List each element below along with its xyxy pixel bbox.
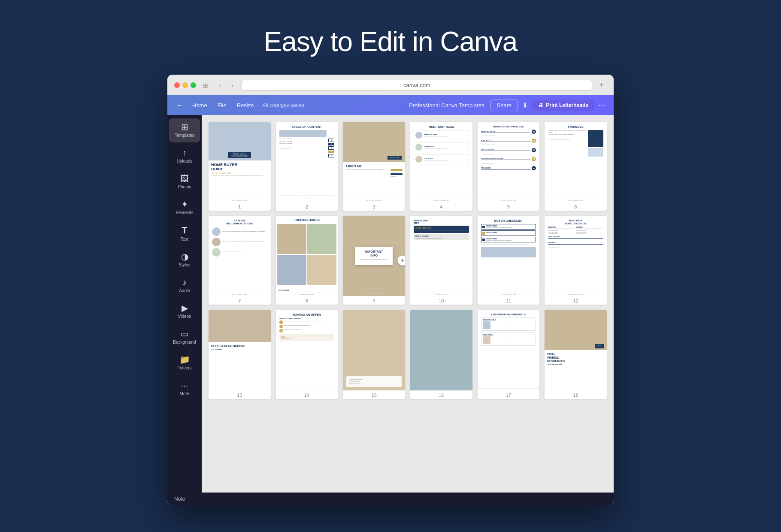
page-content-10: FINANCINGTIPS TIP ONE GOES HERE Lorem ip…: [410, 216, 472, 296]
page-card-16[interactable]: 16: [410, 310, 472, 399]
sidebar-label-more: More: [180, 391, 190, 396]
sidebar-label-elements: Elements: [176, 210, 194, 215]
browser-window: ⊞ ‹ › canva.com + ← Home File Resize All…: [167, 75, 614, 505]
sidebar-label-text: Text: [181, 237, 188, 242]
text-icon: T: [182, 226, 187, 235]
page-header: Easy to Edit in Canva: [0, 0, 781, 75]
page-number-10: 10: [410, 296, 472, 305]
page-number-14: 14: [276, 390, 338, 399]
new-tab-button[interactable]: +: [596, 80, 607, 91]
page-card-6[interactable]: FINANCES Lorem ipsum dolor sit amet, con…: [545, 122, 607, 211]
sidebar-item-elements[interactable]: ✦ Elements: [169, 196, 200, 220]
sidebar-item-styles[interactable]: ◑ Styles: [169, 248, 200, 272]
background-icon: ▭: [181, 329, 189, 338]
address-bar[interactable]: canva.com: [242, 80, 592, 91]
resize-nav-button[interactable]: Resize: [233, 100, 258, 111]
page-title: Easy to Edit in Canva: [9, 26, 772, 57]
note-bar[interactable]: Note: [167, 493, 614, 505]
page-content-18: PROJECT LOCATION FINALWORDS:RESOURCES Yo…: [545, 310, 607, 390]
videos-icon: ▶: [182, 304, 188, 312]
page-card-3[interactable]: Phoebe Clark ABOUT ME Lorem ipsum dolor …: [343, 122, 405, 211]
traffic-lights: [174, 82, 196, 88]
nav-forward-button[interactable]: ›: [227, 81, 237, 90]
page-card-5[interactable]: HOME BUYER PROCESS FINANCIAL STATUS 01 L…: [478, 122, 540, 211]
uploads-icon: ↑: [182, 148, 187, 157]
sidebar-item-folders[interactable]: 📁 Folders: [169, 351, 200, 375]
page-card-15[interactable]: Lorem ipsum dolor sit amet consectetur a…: [343, 310, 405, 399]
sidebar-item-audio[interactable]: ♪ Audio: [169, 274, 200, 298]
file-nav-button[interactable]: File: [213, 100, 231, 111]
page-number-8: 8: [276, 296, 338, 305]
close-button[interactable]: [174, 82, 180, 88]
templates-icon: ⊞: [181, 123, 188, 131]
page-card-1[interactable]: Maddie JacksonYOUR BROKERAGE NAME HOME B…: [209, 122, 271, 211]
sidebar-item-background[interactable]: ▭ Background: [169, 325, 200, 349]
page-number-18: 18: [545, 390, 607, 399]
left-sidebar: ⊞ Templates ↑ Uploads 🖼 Photos ✦ Element…: [167, 115, 202, 493]
window-control-icon[interactable]: ⊞: [200, 81, 211, 90]
page-content-1: Maddie JacksonYOUR BROKERAGE NAME HOME B…: [209, 122, 271, 202]
page-card-11[interactable]: BUYER CHECKLIST YOU TITLE NAME Lorem ips…: [478, 216, 540, 305]
minimize-button[interactable]: [182, 82, 188, 88]
page-card-8[interactable]: TOURING HOMES Lorem ipsum dolor sit amet…: [276, 216, 338, 305]
sidebar-label-folders: Folders: [177, 366, 191, 371]
page-card-7[interactable]: LENDERRECOMMENDATIONS Lorem ipsum dolor …: [209, 216, 271, 305]
sidebar-item-more[interactable]: ··· More: [169, 377, 200, 401]
sidebar-label-uploads: Uploads: [177, 159, 193, 164]
page-number-5: 5: [478, 202, 540, 211]
maximize-button[interactable]: [191, 82, 196, 88]
save-status: All changes saved: [262, 102, 304, 108]
page-content-13: OFFER & NEGOTIATIONS YOU TITLE NAME Lore…: [209, 310, 271, 390]
page-card-9[interactable]: IMPORTANTINFO Lorem ipsum dolor sit amet…: [343, 216, 405, 305]
page-card-4[interactable]: MEET OUR TEAM SARAH WILLIAMS Lorem ipsum…: [410, 122, 472, 211]
page-content-4: MEET OUR TEAM SARAH WILLIAMS Lorem ipsum…: [410, 122, 472, 202]
canva-toolbar: ← Home File Resize All changes saved Pro…: [167, 95, 614, 115]
more-options-button[interactable]: ···: [595, 99, 608, 112]
page-content-11: BUYER CHECKLIST YOU TITLE NAME Lorem ips…: [478, 216, 540, 296]
add-page-button-9[interactable]: +: [397, 255, 405, 266]
sidebar-label-audio: Audio: [179, 288, 190, 293]
sidebar-item-text[interactable]: T Text: [169, 221, 200, 246]
sidebar-item-uploads[interactable]: ↑ Uploads: [169, 144, 200, 168]
download-button[interactable]: ⬇: [519, 100, 531, 111]
note-label: Note: [174, 496, 185, 502]
page-number-16: 16: [410, 390, 472, 399]
nav-back-button[interactable]: ‹: [215, 81, 225, 90]
print-button[interactable]: 🖨 Print Letterheads: [532, 100, 594, 111]
styles-icon: ◑: [181, 252, 188, 261]
page-content-6: FINANCES Lorem ipsum dolor sit amet, con…: [545, 122, 607, 202]
sidebar-label-background: Background: [173, 340, 196, 345]
page-card-2[interactable]: TABLE OF CONTENT Lorem ipsum dolor sit a…: [276, 122, 338, 211]
sidebar-label-videos: Videos: [178, 314, 191, 319]
sidebar-label-templates: Templates: [175, 133, 194, 138]
photos-icon: 🖼: [180, 174, 189, 183]
page-content-5: HOME BUYER PROCESS FINANCIAL STATUS 01 L…: [478, 122, 540, 202]
share-button[interactable]: Share: [490, 100, 518, 111]
page-card-18[interactable]: PROJECT LOCATION FINALWORDS:RESOURCES Yo…: [545, 310, 607, 399]
page-card-10[interactable]: FINANCINGTIPS TIP ONE GOES HERE Lorem ip…: [410, 216, 472, 305]
back-button[interactable]: ←: [173, 99, 187, 112]
page-number-4: 4: [410, 202, 472, 211]
folders-icon: 📁: [179, 355, 190, 364]
page-card-12[interactable]: MUST-HAVEHOME CHECKLIST AMMENITIES Lorem…: [545, 216, 607, 305]
page-content-17: CUSTOMER TESTIMONIALS JOHNSON FAMILY Lor…: [478, 310, 540, 390]
page-number-6: 6: [545, 202, 607, 211]
sidebar-item-videos[interactable]: ▶ Videos: [169, 299, 200, 323]
page-content-14: MAKING AN OFFER THINGS TO KEEP IN MIND 1…: [276, 310, 338, 390]
page-card-17[interactable]: CUSTOMER TESTIMONIALS JOHNSON FAMILY Lor…: [478, 310, 540, 399]
canvas-area[interactable]: Maddie JacksonYOUR BROKERAGE NAME HOME B…: [202, 115, 614, 493]
sidebar-item-templates[interactable]: ⊞ Templates: [169, 118, 200, 142]
audio-icon: ♪: [182, 278, 187, 287]
design-title: Professional Canva Templates: [409, 102, 484, 109]
browser-chrome: ⊞ ‹ › canva.com +: [167, 75, 614, 95]
page-card-13[interactable]: OFFER & NEGOTIATIONS YOU TITLE NAME Lore…: [209, 310, 271, 399]
toolbar-nav: Home File Resize: [188, 100, 258, 111]
home-nav-button[interactable]: Home: [188, 100, 212, 111]
page-card-14[interactable]: MAKING AN OFFER THINGS TO KEEP IN MIND 1…: [276, 310, 338, 399]
page-number-7: 7: [209, 296, 271, 305]
page-content-7: LENDERRECOMMENDATIONS Lorem ipsum dolor …: [209, 216, 271, 296]
sidebar-item-photos[interactable]: 🖼 Photos: [169, 170, 200, 194]
page-content-2: TABLE OF CONTENT Lorem ipsum dolor sit a…: [276, 122, 338, 202]
page-number-12: 12: [545, 296, 607, 305]
page-content-16: [410, 310, 472, 390]
